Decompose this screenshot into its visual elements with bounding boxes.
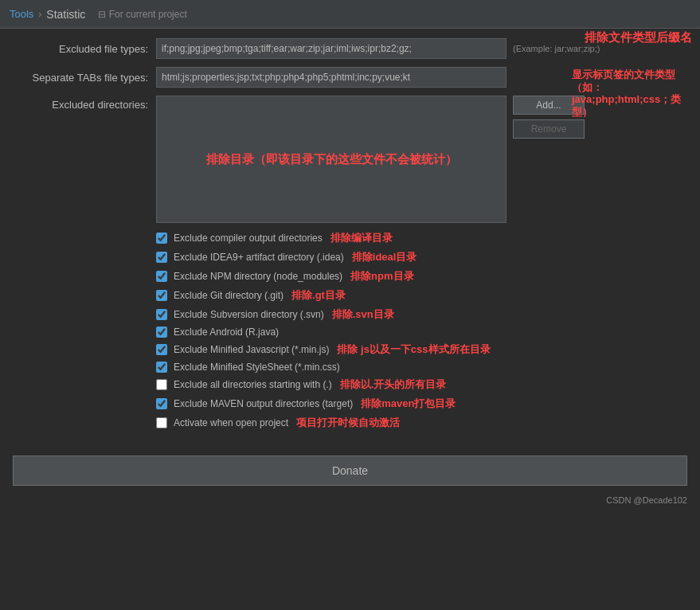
excluded-dirs-container: 排除目录（即该目录下的这些文件不会被统计） Add... Remove: [156, 96, 585, 223]
checkbox-label-cb8: Exclude Minified StyleSheet (*.min.css): [174, 362, 340, 373]
checkbox-cb2[interactable]: [156, 252, 167, 263]
excluded-dirs-label: Excluded directories:: [13, 96, 156, 111]
checkbox-row: Exclude all directories starting with (.…: [156, 377, 687, 392]
settings-panel: 排除文件类型后缀名 Excluded file types: (Example:…: [0, 29, 700, 444]
toolbar: Tools › Statistic ⊟ For current project: [0, 0, 700, 29]
excluded-file-types-input[interactable]: [156, 38, 506, 59]
checkbox-cb9[interactable]: [156, 379, 167, 390]
excluded-dirs-annotation: 排除目录（即该目录下的这些文件不会被统计）: [206, 152, 457, 167]
excluded-file-types-hint: (Example: jar;war;zip;): [513, 44, 600, 53]
project-label: For current project: [109, 9, 187, 20]
annotation-cb2: 排除ideal目录: [352, 250, 417, 264]
annotation-cb11: 项目打开时候自动激活: [296, 416, 400, 430]
checkbox-row: Exclude Minified Javascript (*.min.js)排除…: [156, 342, 687, 357]
checkbox-label-cb11: Activate when open project: [174, 417, 288, 428]
donate-row: Donate: [13, 456, 687, 486]
remove-button[interactable]: Remove: [513, 119, 585, 139]
checkbox-cb4[interactable]: [156, 290, 167, 301]
checkbox-row: Exclude Subversion directory (.svn)排除.sv…: [156, 307, 687, 322]
annotation-separate-tabs: 显示标页签的文件类型（如：java;php;html;css；类型）: [572, 68, 683, 118]
checkbox-cb7[interactable]: [156, 344, 167, 355]
annotation-cb4: 排除.gt目录: [291, 288, 346, 303]
checkbox-label-cb2: Exclude IDEA9+ artifact directory (.idea…: [174, 252, 344, 263]
checkbox-label-cb3: Exclude NPM directory (node_modules): [174, 271, 342, 282]
project-icon: ⊟: [98, 9, 106, 20]
annotation-cb5: 排除.svn目录: [332, 307, 394, 322]
donate-button[interactable]: Donate: [13, 456, 687, 486]
checkbox-cb10[interactable]: [156, 398, 167, 409]
footer-text: CSDN @Decade102: [606, 495, 687, 505]
checkbox-cb8[interactable]: [156, 362, 167, 373]
separate-tabs-label: Separate TABs file types:: [13, 72, 156, 84]
annotation-cb7: 排除 js以及一下css样式所在目录: [337, 342, 490, 357]
checkbox-row: Exclude IDEA9+ artifact directory (.idea…: [156, 250, 687, 264]
checkbox-row: Exclude Minified StyleSheet (*.min.css): [156, 362, 687, 373]
project-scope: ⊟ For current project: [98, 9, 186, 20]
tools-link[interactable]: Tools: [10, 8, 33, 20]
checkbox-label-cb7: Exclude Minified Javascript (*.min.js): [174, 344, 329, 355]
checkbox-row: Exclude NPM directory (node_modules)排除np…: [156, 269, 687, 283]
annotation-cb1: 排除编译目录: [330, 231, 393, 245]
excluded-file-types-label: Excluded file types:: [13, 43, 156, 55]
excluded-file-types-row: Excluded file types: (Example: jar;war;z…: [13, 38, 687, 59]
separate-tabs-row: Separate TABs file types: 显示标页签的文件类型（如：j…: [13, 67, 687, 88]
footer: CSDN @Decade102: [0, 492, 700, 505]
checkbox-label-cb9: Exclude all directories starting with (.…: [174, 379, 332, 390]
checkbox-label-cb6: Exclude Android (R.java): [174, 327, 279, 338]
checkbox-label-cb1: Exclude compiler output directories: [174, 233, 323, 244]
checkbox-cb11[interactable]: [156, 417, 167, 428]
breadcrumb-chevron: ›: [38, 9, 41, 20]
annotation-cb10: 排除maven打包目录: [361, 397, 456, 411]
checkbox-cb3[interactable]: [156, 271, 167, 282]
checkbox-label-cb4: Exclude Git directory (.git): [174, 290, 284, 301]
annotation-cb9: 排除以.开头的所有目录: [340, 377, 447, 392]
checkbox-label-cb10: Exclude MAVEN output directories (target…: [174, 398, 353, 409]
checkboxes-section: Exclude compiler output directories排除编译目…: [156, 231, 687, 430]
checkbox-cb6[interactable]: [156, 327, 167, 338]
separate-tabs-input[interactable]: [156, 67, 506, 88]
annotation-cb3: 排除npm目录: [350, 269, 413, 283]
checkbox-cb5[interactable]: [156, 309, 167, 320]
checkbox-row: Exclude compiler output directories排除编译目…: [156, 231, 687, 245]
excluded-dirs-box: 排除目录（即该目录下的这些文件不会被统计）: [156, 96, 506, 223]
checkbox-row: Exclude Git directory (.git)排除.gt目录: [156, 288, 687, 303]
checkbox-cb1[interactable]: [156, 233, 167, 244]
checkbox-label-cb5: Exclude Subversion directory (.svn): [174, 309, 324, 320]
page-title: Statistic: [46, 8, 85, 21]
checkbox-row: Activate when open project项目打开时候自动激活: [156, 416, 687, 430]
checkbox-row: Exclude MAVEN output directories (target…: [156, 397, 687, 411]
checkbox-row: Exclude Android (R.java): [156, 327, 687, 338]
